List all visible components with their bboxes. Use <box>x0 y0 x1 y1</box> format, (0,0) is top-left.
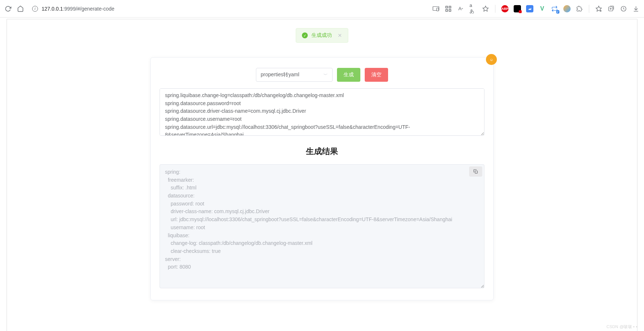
wave-extension-icon[interactable] <box>563 5 571 12</box>
svg-marker-6 <box>483 6 488 11</box>
refresh-icon[interactable] <box>4 5 12 12</box>
svg-rect-1 <box>437 8 438 11</box>
result-title: 生成结果 <box>160 146 484 157</box>
copy-icon <box>473 169 478 174</box>
generate-button[interactable]: 生成 <box>337 68 360 82</box>
svg-rect-2 <box>446 6 448 8</box>
favorites-star-icon[interactable] <box>595 5 602 12</box>
success-toast: ✓ 生成成功 ✕ <box>296 28 348 43</box>
gallery-extension-icon[interactable] <box>526 5 533 12</box>
address-bar[interactable]: i 127.0.0.1:9999/#/generate-code <box>32 6 427 12</box>
controls-row: properties转yaml ﹀ 生成 清空 <box>160 58 484 88</box>
site-info-icon[interactable]: i <box>32 6 38 12</box>
svg-rect-5 <box>449 9 451 11</box>
svg-rect-18 <box>475 171 477 173</box>
watermark: CSDN @啵啵 • • <box>606 324 637 330</box>
svg-rect-4 <box>446 9 448 11</box>
extensions-puzzle-icon[interactable] <box>576 5 583 12</box>
translate-extension-icon[interactable]: 2 <box>551 5 558 12</box>
notification-extension-icon[interactable] <box>514 5 521 12</box>
url-display: 127.0.0.1:9999/#/generate-code <box>42 6 114 12</box>
download-icon[interactable] <box>632 5 640 12</box>
result-output[interactable]: spring: freemarker: suffix: .html dataso… <box>160 164 484 288</box>
success-check-icon: ✓ <box>302 32 308 38</box>
font-size-icon[interactable]: A» <box>457 5 464 12</box>
vue-extension-icon[interactable]: V <box>538 5 546 12</box>
qr-icon[interactable] <box>445 5 452 12</box>
toast-close-icon[interactable]: ✕ <box>338 32 342 38</box>
translate-text-icon[interactable]: aあ <box>469 5 477 12</box>
main-card: ☺ properties转yaml ﹀ 生成 清空 生成结果 spring: f… <box>150 57 494 300</box>
conversion-type-select[interactable]: properties转yaml ﹀ <box>256 68 333 82</box>
responsive-icon[interactable] <box>432 5 440 12</box>
history-icon[interactable] <box>620 5 627 12</box>
abp-extension-icon[interactable]: ABP <box>501 5 509 12</box>
copy-button[interactable] <box>469 166 482 177</box>
collections-icon[interactable] <box>607 5 615 12</box>
clear-button[interactable]: 清空 <box>365 68 388 82</box>
select-value: properties转yaml <box>261 72 299 78</box>
svg-rect-3 <box>449 6 451 8</box>
browser-toolbar: i 127.0.0.1:9999/#/generate-code A» aあ A… <box>0 0 644 18</box>
source-input[interactable] <box>160 88 484 136</box>
toolbar-right: A» aあ ABP V 2 <box>432 5 640 13</box>
home-icon[interactable] <box>17 5 24 12</box>
chevron-down-icon: ﹀ <box>323 72 328 78</box>
avatar-badge[interactable]: ☺ <box>486 54 497 65</box>
page-frame: ✓ 生成成功 ✕ ☺ properties转yaml ﹀ 生成 清空 生成结果 … <box>7 19 637 331</box>
toast-text: 生成成功 <box>311 32 332 39</box>
favorite-icon[interactable] <box>482 5 489 12</box>
